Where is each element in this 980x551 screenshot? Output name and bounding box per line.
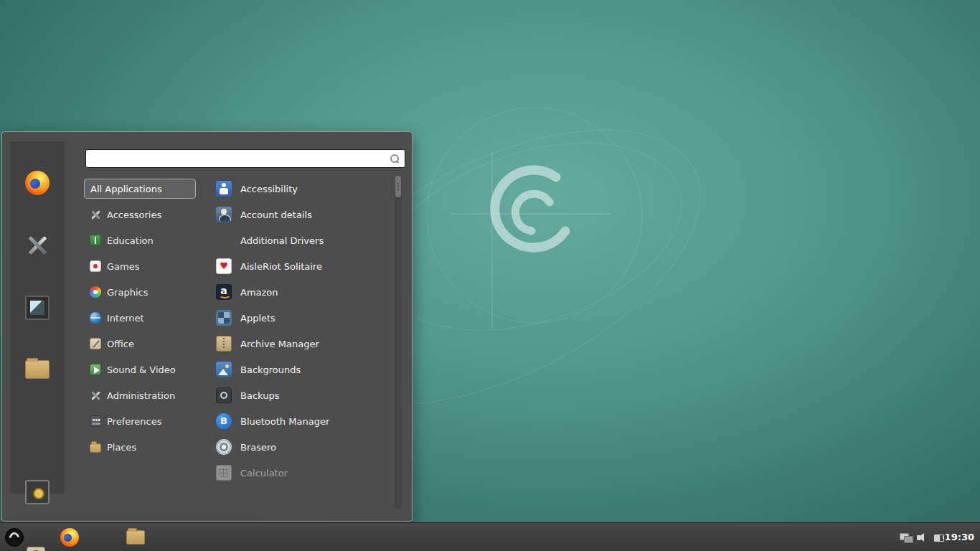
files-launcher-icon[interactable] <box>126 530 145 545</box>
office-icon <box>90 338 101 349</box>
search-box <box>85 149 405 168</box>
volume-icon[interactable] <box>917 532 930 543</box>
calculator-icon <box>216 465 232 481</box>
app-label: Backups <box>240 390 279 401</box>
app-label: Additional Drivers <box>240 235 324 246</box>
search-icon <box>390 154 400 164</box>
solitaire-icon <box>216 258 232 274</box>
app-label: Applets <box>240 313 275 324</box>
apps-scrollbar-track[interactable] <box>395 176 402 509</box>
category-label: Education <box>107 235 154 246</box>
category-label: Administration <box>107 390 175 401</box>
image-viewer-icon[interactable] <box>25 296 50 320</box>
system-tools-icon[interactable] <box>25 233 50 258</box>
app-label: Account details <box>240 209 312 220</box>
app-label: Bluetooth Manager <box>240 416 329 427</box>
administration-icon <box>90 390 101 401</box>
category-office[interactable]: Office <box>84 331 196 357</box>
category-places[interactable]: Places <box>84 434 196 460</box>
app-item-aisleriot-solitaire[interactable]: AisleRiot Solitaire <box>213 253 394 279</box>
firefox-launcher-icon[interactable] <box>60 528 79 547</box>
category-sound-video[interactable]: Sound & Video <box>84 357 196 382</box>
app-label: Calculator <box>240 468 288 479</box>
category-label: Preferences <box>107 416 161 427</box>
application-menu-window: All Applications Accessories Education G… <box>1 131 413 522</box>
bottom-panel: 19:30 <box>0 522 980 551</box>
account-details-icon <box>216 207 232 222</box>
app-item-additional-drivers[interactable]: Additional Drivers <box>213 227 394 253</box>
applets-icon <box>216 310 232 326</box>
graphics-icon <box>90 286 101 298</box>
category-list: All Applications Accessories Education G… <box>84 176 196 460</box>
app-item-amazon[interactable]: Amazon <box>213 279 394 305</box>
category-label: Places <box>107 442 136 453</box>
favorites-sidebar <box>10 141 65 494</box>
category-administration[interactable]: Administration <box>84 382 196 408</box>
category-label: Graphics <box>107 287 148 298</box>
education-icon <box>90 235 101 246</box>
additional-drivers-icon <box>216 232 232 248</box>
category-education[interactable]: Education <box>84 227 196 253</box>
application-list: Accessibility Account details Additional… <box>213 176 394 486</box>
firefox-icon[interactable] <box>25 171 50 195</box>
amazon-icon <box>216 284 232 300</box>
app-label: Accessibility <box>240 184 298 194</box>
backups-icon <box>216 387 232 403</box>
archive-manager-icon <box>216 336 232 352</box>
file-manager-icon[interactable] <box>25 360 50 379</box>
category-label: Office <box>107 339 134 349</box>
category-label: Sound & Video <box>107 364 176 375</box>
internet-icon <box>90 312 101 324</box>
app-label: Backgrounds <box>240 364 301 375</box>
brasero-icon <box>216 439 232 455</box>
preferences-icon <box>90 415 101 427</box>
app-item-account-details[interactable]: Account details <box>213 202 394 227</box>
category-label: All Applications <box>90 184 162 194</box>
app-item-archive-manager[interactable]: Archive Manager <box>213 331 394 357</box>
games-icon <box>90 260 101 272</box>
category-all-applications[interactable]: All Applications <box>84 179 196 199</box>
category-label: Accessories <box>107 209 161 220</box>
file-cabinet-launcher[interactable] <box>27 547 45 551</box>
category-label: Games <box>107 261 139 272</box>
places-icon <box>90 443 101 453</box>
category-internet[interactable]: Internet <box>84 305 196 331</box>
app-label: AisleRiot Solitaire <box>240 261 322 272</box>
category-preferences[interactable]: Preferences <box>84 408 196 434</box>
category-label: Internet <box>107 313 144 324</box>
menu-button[interactable] <box>5 528 24 547</box>
app-label: Archive Manager <box>240 339 319 349</box>
app-item-brasero[interactable]: Brasero <box>213 434 394 460</box>
accessories-icon <box>90 209 101 220</box>
sound-video-icon <box>90 364 101 375</box>
app-label: Amazon <box>240 287 278 298</box>
bluetooth-icon <box>216 413 232 429</box>
app-item-bluetooth-manager[interactable]: Bluetooth Manager <box>213 408 394 434</box>
clock[interactable]: 19:30 <box>945 523 974 551</box>
app-item-applets[interactable]: Applets <box>213 305 394 331</box>
network-icon[interactable] <box>900 532 913 543</box>
backgrounds-icon <box>216 362 232 377</box>
app-item-backgrounds[interactable]: Backgrounds <box>213 357 394 382</box>
category-accessories[interactable]: Accessories <box>84 202 196 227</box>
category-graphics[interactable]: Graphics <box>84 279 196 305</box>
app-item-backups[interactable]: Backups <box>213 382 394 408</box>
accessibility-icon <box>216 181 232 197</box>
app-item-accessibility[interactable]: Accessibility <box>213 176 394 202</box>
category-games[interactable]: Games <box>84 253 196 279</box>
search-input[interactable] <box>86 150 405 167</box>
apps-scrollbar-thumb[interactable] <box>395 176 401 197</box>
lock-screen-icon[interactable] <box>25 480 50 504</box>
app-label: Brasero <box>240 442 276 453</box>
app-item-calculator[interactable]: Calculator <box>213 460 394 486</box>
